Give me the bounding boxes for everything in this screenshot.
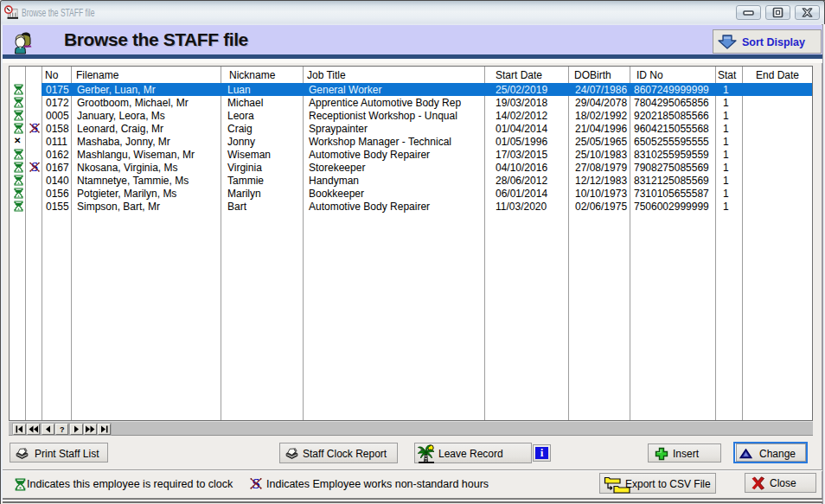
- svg-text:?: ?: [60, 425, 65, 434]
